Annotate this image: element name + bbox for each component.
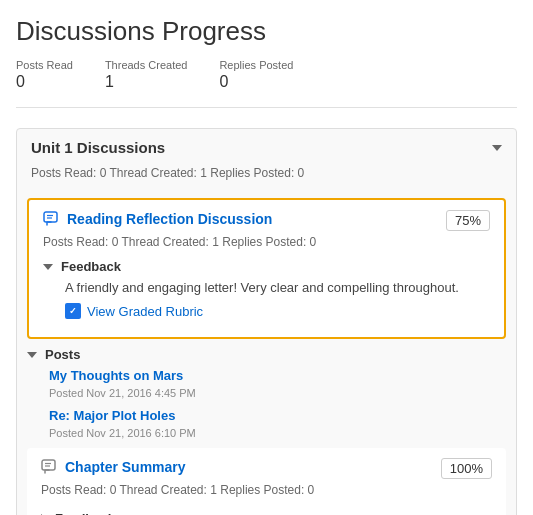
unit-section: Unit 1 Discussions Posts Read: 0 Thread … xyxy=(16,128,517,515)
feedback-section: Feedback A friendly and engaging letter!… xyxy=(43,259,490,319)
unit-meta: Posts Read: 0 Thread Created: 1 Replies … xyxy=(17,166,516,190)
discussion1-title-row: Reading Reflection Discussion xyxy=(43,210,272,228)
threads-created-label: Threads Created xyxy=(105,59,188,71)
posts-read-value: 0 xyxy=(16,73,73,91)
discussion2-header: Chapter Summary 100% xyxy=(41,458,492,479)
discussion1-title[interactable]: Reading Reflection Discussion xyxy=(67,211,272,227)
post2-date: Posted Nov 21, 2016 6:10 PM xyxy=(49,427,196,439)
discussion2-feedback-label: Feedback xyxy=(55,511,115,515)
discussion-card-1: Reading Reflection Discussion 75% Posts … xyxy=(27,198,506,339)
discussion1-score: 75% xyxy=(446,210,490,231)
posts-list: My Thoughts on Mars Posted Nov 21, 2016 … xyxy=(49,368,506,440)
discussion2-title-row: Chapter Summary xyxy=(41,458,186,476)
discussion1-icon xyxy=(43,210,61,228)
posts-read-label: Posts Read xyxy=(16,59,73,71)
feedback-label: Feedback xyxy=(61,259,121,274)
svg-rect-3 xyxy=(42,460,55,470)
replies-posted-value: 0 xyxy=(219,73,293,91)
unit-collapse-icon[interactable] xyxy=(492,145,502,151)
post1-link[interactable]: My Thoughts on Mars xyxy=(49,368,506,383)
stats-row: Posts Read 0 Threads Created 1 Replies P… xyxy=(16,59,517,108)
unit-header[interactable]: Unit 1 Discussions xyxy=(17,129,516,166)
threads-created-value: 1 xyxy=(105,73,188,91)
discussion2-score: 100% xyxy=(441,458,492,479)
discussion2-title[interactable]: Chapter Summary xyxy=(65,459,186,475)
rubric-link-text: View Graded Rubric xyxy=(87,304,203,319)
stat-threads-created: Threads Created 1 xyxy=(105,59,188,91)
page-title: Discussions Progress xyxy=(16,16,517,47)
feedback-text: A friendly and engaging letter! Very cle… xyxy=(65,280,490,295)
feedback-chevron-icon[interactable] xyxy=(43,264,53,270)
discussion2-feedback-header[interactable]: Feedback xyxy=(41,507,492,515)
discussion1-meta: Posts Read: 0 Thread Created: 1 Replies … xyxy=(43,235,490,249)
stat-posts-read: Posts Read 0 xyxy=(16,59,73,91)
discussion2-meta: Posts Read: 0 Thread Created: 1 Replies … xyxy=(41,483,492,497)
posts-label: Posts xyxy=(45,347,80,362)
unit-title: Unit 1 Discussions xyxy=(31,139,165,156)
post-item-1: My Thoughts on Mars Posted Nov 21, 2016 … xyxy=(49,368,506,400)
discussion-card-2: Chapter Summary 100% Posts Read: 0 Threa… xyxy=(27,448,506,515)
view-rubric-link[interactable]: ✓ View Graded Rubric xyxy=(65,303,490,319)
posts-header[interactable]: Posts xyxy=(27,347,506,362)
post1-date: Posted Nov 21, 2016 4:45 PM xyxy=(49,387,196,399)
posts-section: Posts My Thoughts on Mars Posted Nov 21,… xyxy=(27,347,506,440)
discussion1-header: Reading Reflection Discussion 75% xyxy=(43,210,490,231)
discussion2-icon xyxy=(41,458,59,476)
feedback-header[interactable]: Feedback xyxy=(43,259,490,274)
post2-link[interactable]: Re: Major Plot Holes xyxy=(49,408,506,423)
rubric-icon: ✓ xyxy=(65,303,81,319)
stat-replies-posted: Replies Posted 0 xyxy=(219,59,293,91)
svg-rect-0 xyxy=(44,212,57,222)
posts-chevron-icon[interactable] xyxy=(27,352,37,358)
replies-posted-label: Replies Posted xyxy=(219,59,293,71)
post-item-2: Re: Major Plot Holes Posted Nov 21, 2016… xyxy=(49,408,506,440)
